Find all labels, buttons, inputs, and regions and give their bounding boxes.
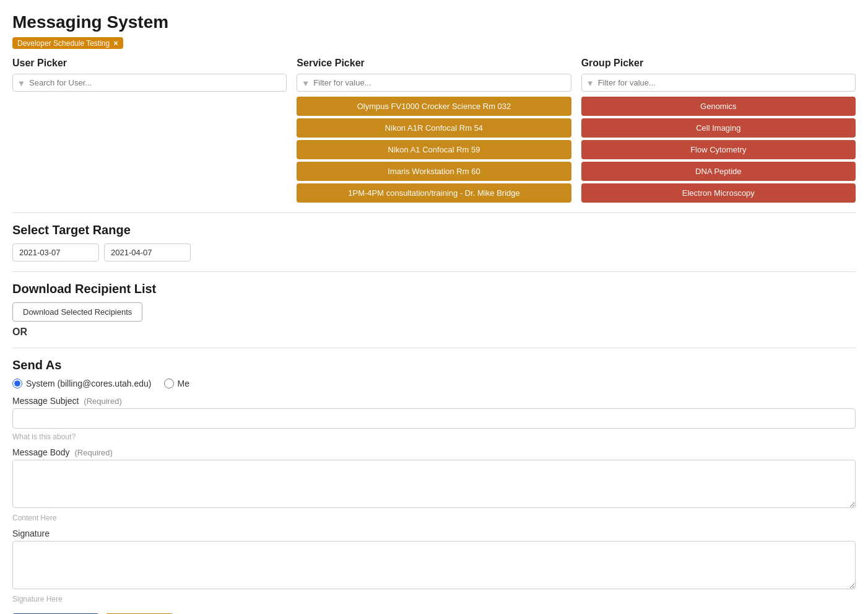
signature-label: Signature: [12, 528, 856, 538]
group-picker-list: GenomicsCell ImagingFlow CytometryDNA Pe…: [581, 97, 856, 203]
divider-2: [12, 271, 856, 272]
signature-hint: Signature Here: [12, 595, 856, 603]
radio-system-label: System (billing@cores.utah.edu): [26, 379, 152, 388]
radio-me-input[interactable]: [164, 379, 174, 388]
date-range: [12, 243, 856, 261]
divider-1: [12, 213, 856, 213]
or-label: OR: [12, 327, 856, 338]
end-date-input[interactable]: [104, 243, 191, 261]
service-filter-input[interactable]: [297, 74, 571, 92]
tag-close-icon[interactable]: ×: [113, 38, 118, 48]
message-body-input[interactable]: [12, 460, 856, 508]
service-picker-section: Service Picker ▼ Olympus FV1000 Crocker …: [297, 58, 571, 203]
list-item[interactable]: Olympus FV1000 Crocker Science Rm 032: [297, 97, 571, 116]
message-subject-required: (Required): [84, 397, 121, 406]
download-heading: Download Recipient List: [12, 282, 856, 296]
message-body-required: (Required): [75, 448, 113, 457]
message-subject-label: Message Subject (Required): [12, 396, 856, 406]
radio-me[interactable]: Me: [164, 379, 189, 388]
user-picker-heading: User Picker: [12, 58, 287, 69]
tag-badge: Developer Schedule Testing ×: [12, 37, 123, 49]
radio-system-input[interactable]: [12, 379, 22, 388]
service-picker-list: Olympus FV1000 Crocker Science Rm 032Nik…: [297, 97, 571, 203]
user-picker-section: User Picker ▼: [12, 58, 287, 203]
list-item[interactable]: Genomics: [581, 97, 856, 116]
list-item[interactable]: 1PM-4PM consultation/training - Dr. Mike…: [297, 183, 571, 203]
message-body-hint: Content Here: [12, 514, 856, 522]
tag-label: Developer Schedule Testing: [17, 39, 110, 48]
service-filter-icon: ▼: [302, 78, 310, 87]
signature-input[interactable]: [12, 541, 856, 589]
group-filter-input[interactable]: [581, 74, 856, 92]
list-item[interactable]: Nikon A1 Confocal Rm 59: [297, 140, 571, 159]
user-search-input[interactable]: [12, 74, 287, 92]
radio-system[interactable]: System (billing@cores.utah.edu): [12, 379, 152, 388]
user-filter-icon: ▼: [17, 78, 25, 87]
target-range-heading: Select Target Range: [12, 223, 856, 237]
group-filter-icon: ▼: [586, 78, 594, 87]
radio-me-label: Me: [178, 379, 189, 388]
divider-3: [12, 348, 856, 348]
send-as-heading: Send As: [12, 358, 856, 372]
download-recipients-button[interactable]: Download Selected Recipients: [12, 302, 142, 322]
list-item[interactable]: Flow Cytometry: [581, 140, 856, 159]
group-picker-section: Group Picker ▼ GenomicsCell ImagingFlow …: [581, 58, 856, 203]
list-item[interactable]: Nikon A1R Confocal Rm 54: [297, 118, 571, 138]
list-item[interactable]: DNA Peptide: [581, 162, 856, 181]
list-item[interactable]: Imaris Workstation Rm 60: [297, 162, 571, 181]
message-subject-hint: What is this about?: [12, 432, 856, 441]
message-subject-input[interactable]: [12, 408, 856, 429]
service-picker-heading: Service Picker: [297, 58, 571, 69]
group-picker-heading: Group Picker: [581, 58, 856, 69]
page-title: Messaging System: [12, 12, 856, 32]
list-item[interactable]: Cell Imaging: [581, 118, 856, 138]
message-body-label: Message Body (Required): [12, 447, 856, 457]
list-item[interactable]: Electron Microscopy: [581, 183, 856, 203]
start-date-input[interactable]: [12, 243, 99, 261]
send-as-options: System (billing@cores.utah.edu) Me: [12, 379, 856, 388]
